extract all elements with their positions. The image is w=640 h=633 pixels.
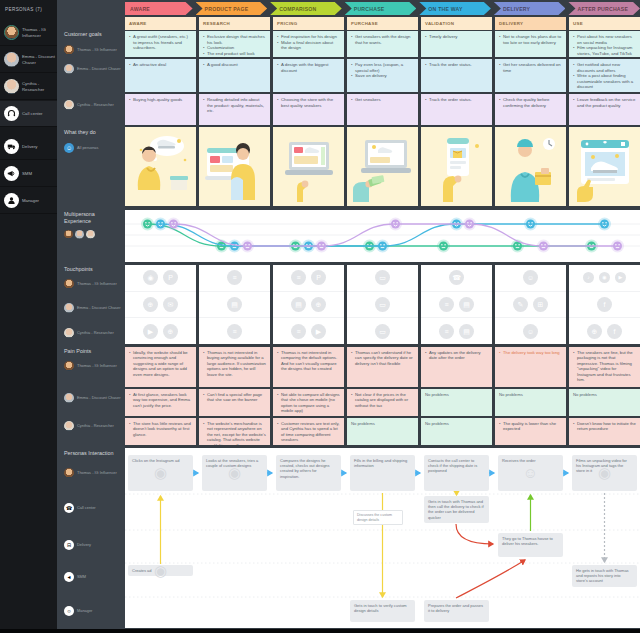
experience-point[interactable] xyxy=(524,218,537,231)
pain-cell[interactable]: Ideally, the website should be convincin… xyxy=(125,347,196,387)
pain-cell[interactable]: The website's merchandise is not represe… xyxy=(199,418,270,445)
pain-cell[interactable]: Thomas is not interested in comparing th… xyxy=(273,347,344,387)
goal-cell[interactable]: Get notified about new discounts and off… xyxy=(569,59,640,92)
rail-persona-thomas[interactable]: Thomas - IG Influencer xyxy=(64,45,122,55)
experience-point[interactable] xyxy=(389,218,402,231)
interaction-box[interactable]: ☺Receives the order xyxy=(498,455,563,491)
profile-icon[interactable]: ▤ xyxy=(291,297,306,312)
substage-delivery[interactable]: DELIVERY xyxy=(495,17,566,30)
goal-cell[interactable]: Timely delivery xyxy=(421,31,492,57)
card-icon[interactable]: ▭ xyxy=(375,324,390,339)
interaction-box[interactable]: Compares the designs he created, checks … xyxy=(276,455,341,491)
card-icon[interactable]: ▭ xyxy=(375,297,390,312)
goal-cell[interactable]: Post about his new sneakers on social me… xyxy=(569,31,640,57)
goal-cell[interactable]: Get her sneakers delivered on time xyxy=(495,59,566,92)
interaction-box[interactable]: Gets in touch with Thomas and then call … xyxy=(424,496,489,523)
substage-purchase[interactable]: PURCHASE xyxy=(347,17,418,30)
goal-cell[interactable]: Track the order status. xyxy=(421,94,492,125)
goal-cell[interactable]: Exclusive design that matches his look.C… xyxy=(199,31,270,57)
facebook-icon[interactable]: f xyxy=(597,297,612,312)
youtube-icon[interactable]: ▶ xyxy=(311,324,326,339)
substage-validation[interactable]: VALIDATION xyxy=(421,17,492,30)
profile-icon[interactable]: ▤ xyxy=(459,324,474,339)
interaction-box[interactable]: ◉Creates ad xyxy=(128,565,193,576)
person-icon[interactable]: ☺ xyxy=(523,270,538,285)
profile-icon[interactable]: ▤ xyxy=(227,297,242,312)
card-icon[interactable]: ▭ xyxy=(375,270,390,285)
experience-point[interactable] xyxy=(154,218,167,231)
interaction-box[interactable]: ◉Looks at the sneakers, tries a couple o… xyxy=(202,455,267,491)
gift-icon[interactable]: ⊞ xyxy=(533,297,548,312)
goal-cell[interactable]: Get sneakers with the design that he wan… xyxy=(347,31,418,57)
touchpoints-cell-on-the-way[interactable]: ☎≡▤≡▤ xyxy=(421,265,492,344)
instagram-icon[interactable]: ◉ xyxy=(143,270,158,285)
sidebar-item-smm[interactable]: SMM xyxy=(0,161,57,187)
pain-cell[interactable]: No problems xyxy=(421,389,492,416)
experience-point[interactable] xyxy=(463,218,476,231)
pain-cell[interactable]: The quality is lower than she expected xyxy=(495,418,566,445)
touchpoints-cell-after-purchase[interactable]: ♪◉▶f⊕f xyxy=(569,265,640,344)
youtube-icon[interactable]: ▶ xyxy=(143,324,158,339)
interaction-box[interactable]: Fills in the billing and shipping inform… xyxy=(350,455,415,491)
experience-point[interactable] xyxy=(315,240,328,253)
stage-on-the-way[interactable]: ON THE WAY xyxy=(419,2,491,15)
pain-cell[interactable]: Any updates on the delivery date after t… xyxy=(421,347,492,387)
pain-cell[interactable]: Thomas can't understand if he can specif… xyxy=(347,347,418,387)
stage-comparison[interactable]: COMPARISON xyxy=(270,2,342,15)
touchpoints-cell-product-page[interactable]: ≡▤≡ xyxy=(199,265,270,344)
pain-cell[interactable]: Thomas is not interested in buying anyth… xyxy=(199,347,270,387)
personas-interaction-canvas[interactable]: Discusses the custom design details ◉Cli… xyxy=(125,448,640,628)
site-icon[interactable]: ≡ xyxy=(227,324,242,339)
sidebar-item-thomas[interactable]: Thomas - IG Influencer xyxy=(0,20,57,46)
tiktok-icon[interactable]: ♪ xyxy=(583,272,594,283)
web-icon[interactable]: ⊕ xyxy=(311,297,326,312)
substage-use[interactable]: USE xyxy=(569,17,640,30)
substage-research[interactable]: RESEARCH xyxy=(199,17,270,30)
stage-delivery[interactable]: DELIVERY xyxy=(494,2,566,15)
experience-point[interactable] xyxy=(537,240,550,253)
goal-cell[interactable]: Get sneakers xyxy=(347,94,418,125)
stage-aware[interactable]: AWARE xyxy=(125,2,193,15)
pain-cell[interactable]: Can't find a special offer page that she… xyxy=(199,389,270,416)
pain-cell[interactable]: No problems xyxy=(421,418,492,445)
experience-point[interactable] xyxy=(241,240,254,253)
goal-cell[interactable]: Track the order status. xyxy=(421,59,492,92)
touchpoints-cell-comparison[interactable]: ≡P▤⊕≡▶ xyxy=(273,265,344,344)
experience-chart[interactable] xyxy=(125,210,640,262)
sidebar-item-manager[interactable]: Manager xyxy=(0,188,57,214)
experience-point[interactable] xyxy=(611,240,624,253)
goal-cell[interactable]: Check the quality before confirming the … xyxy=(495,94,566,125)
experience-point[interactable] xyxy=(598,218,611,231)
site-icon[interactable]: ≡ xyxy=(227,270,242,285)
web-icon[interactable]: ⊕ xyxy=(143,297,158,312)
rail-all-personas[interactable]: ☺ All personas xyxy=(64,143,122,153)
site-icon[interactable]: ≡ xyxy=(291,270,306,285)
instagram-icon[interactable]: ◉ xyxy=(599,272,610,283)
pain-cell[interactable]: No problems xyxy=(495,389,566,416)
goal-cell[interactable]: Reading detailed info about the product:… xyxy=(199,94,270,125)
site-icon[interactable]: ≡ xyxy=(439,324,454,339)
experience-point[interactable] xyxy=(167,218,180,231)
stage-purchase[interactable]: PURCHASE xyxy=(345,2,417,15)
goal-cell[interactable]: A design with the biggest discount xyxy=(273,59,344,92)
pain-cell[interactable]: No problems xyxy=(347,418,418,445)
facebook-icon[interactable]: f xyxy=(607,324,622,339)
pain-cell[interactable]: The delivery took way too long xyxy=(495,347,566,387)
rail-persona-emma[interactable]: Emma - Discount Chaser xyxy=(64,64,122,74)
goal-cell[interactable]: Not to change his plans due to too late … xyxy=(495,31,566,57)
experience-point[interactable] xyxy=(437,240,450,253)
interaction-box[interactable]: They go to Thomas house to deliver his s… xyxy=(498,533,563,557)
touchpoints-cell-delivery[interactable]: ☺✎⊞☺ xyxy=(495,265,566,344)
sidebar-item-cynthia[interactable]: Cynthia - Researcher xyxy=(0,74,57,100)
phone-icon[interactable]: ☎ xyxy=(449,270,464,285)
pain-cell[interactable]: No problems xyxy=(569,389,640,416)
interaction-box[interactable]: Gets in touch to verify custom design de… xyxy=(350,600,415,622)
interaction-box[interactable]: He gets in touch with Thomas and reposts… xyxy=(572,565,637,587)
substage-pricing[interactable]: PRICING xyxy=(273,17,344,30)
interaction-note[interactable]: Discusses the custom design details xyxy=(353,510,403,525)
goal-cell[interactable]: Choosing the store with the best quality… xyxy=(273,94,344,125)
experience-point[interactable] xyxy=(376,240,389,253)
web-icon[interactable]: ⊕ xyxy=(587,324,602,339)
goal-cell[interactable]: Find inspiration for his designMake a fi… xyxy=(273,31,344,57)
goal-cell[interactable]: A great outfit (sneakers, etc.) to impre… xyxy=(125,31,196,57)
